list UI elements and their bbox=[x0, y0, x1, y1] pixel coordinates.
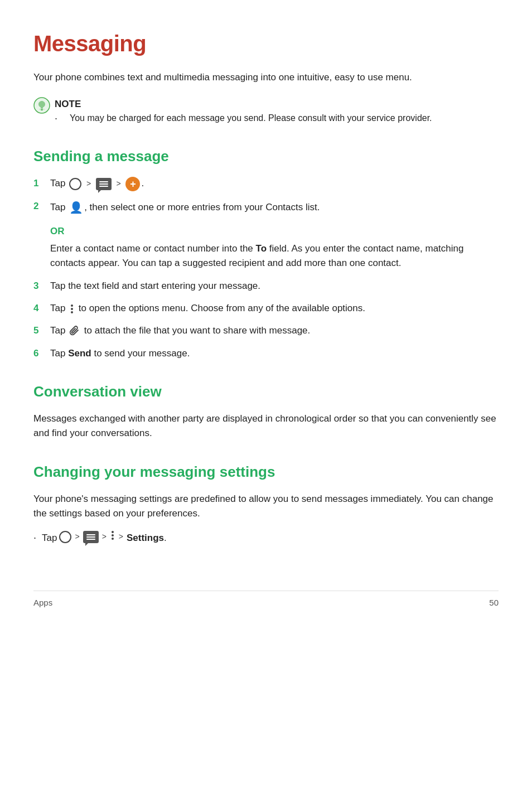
step-body-6: Tap Send to send your message. bbox=[50, 346, 499, 361]
circle-icon bbox=[69, 178, 81, 190]
footer: Apps 50 bbox=[33, 591, 499, 610]
step-list-sending-2: 3 Tap the text field and start entering … bbox=[33, 279, 499, 361]
to-field-label: To bbox=[256, 243, 267, 254]
chevron-icon-1: > bbox=[86, 179, 91, 188]
step-body-2: Tap 👤, then select one or more entries f… bbox=[50, 199, 499, 216]
note-box: NOTE You may be charged for each message… bbox=[33, 97, 499, 125]
settings-bullet: Tap > > > Settings. bbox=[33, 531, 499, 545]
note-text: You may be charged for each message you … bbox=[62, 112, 432, 125]
step-item-4: 4 Tap to open the options menu. Choose f… bbox=[33, 301, 499, 316]
page-title: Messaging bbox=[33, 27, 499, 60]
chevron-icon-2: > bbox=[117, 179, 121, 188]
chevron-icon-4: > bbox=[102, 531, 107, 543]
note-label: NOTE bbox=[55, 97, 499, 112]
messaging-icon-1 bbox=[96, 178, 112, 190]
footer-right: 50 bbox=[489, 597, 499, 610]
section-title-conversation: Conversation view bbox=[33, 381, 499, 403]
paperclip-icon bbox=[69, 326, 80, 337]
step-number-3: 3 bbox=[33, 279, 46, 293]
step-number-1: 1 bbox=[33, 176, 46, 191]
note-content: NOTE You may be charged for each message… bbox=[55, 97, 499, 125]
messaging-lines bbox=[99, 181, 108, 187]
circle-icon-2 bbox=[59, 531, 71, 543]
step-number-2: 2 bbox=[33, 199, 46, 214]
step-number-6: 6 bbox=[33, 346, 46, 361]
plus-icon: + bbox=[125, 177, 140, 191]
footer-left: Apps bbox=[33, 597, 52, 610]
dots-icon-2 bbox=[110, 531, 115, 540]
step-item-6: 6 Tap Send to send your message. bbox=[33, 346, 499, 361]
note-icon bbox=[33, 97, 50, 114]
section-title-settings: Changing your messaging settings bbox=[33, 461, 499, 483]
note-bullet: You may be charged for each message you … bbox=[55, 112, 499, 125]
messaging-icon-2 bbox=[83, 531, 99, 543]
step-number-5: 5 bbox=[33, 323, 46, 338]
step-body-1: Tap > > +. bbox=[50, 176, 499, 191]
step-item-1: 1 Tap > > +. bbox=[33, 176, 499, 191]
chevron-icon-5: > bbox=[119, 531, 123, 543]
step-item-5: 5 Tap to attach the file that you want t… bbox=[33, 323, 499, 338]
step-body-5: Tap to attach the file that you want to … bbox=[50, 323, 499, 338]
conversation-body: Messages exchanged with another party ar… bbox=[33, 412, 499, 441]
step-list-sending: 1 Tap > > +. 2 Tap 👤, then select one or… bbox=[33, 176, 499, 216]
settings-label: Settings bbox=[127, 531, 164, 545]
settings-body: Your phone's messaging settings are pred… bbox=[33, 492, 499, 521]
messaging-lines-2 bbox=[86, 534, 95, 540]
chevron-icon-3: > bbox=[75, 531, 79, 543]
or-text: OR bbox=[50, 224, 499, 239]
dots-icon-1 bbox=[69, 304, 75, 313]
step-item-3: 3 Tap the text field and start entering … bbox=[33, 279, 499, 293]
step-body-3: Tap the text field and start entering yo… bbox=[50, 279, 499, 293]
send-label: Send bbox=[68, 348, 91, 359]
step-sub-2: Enter a contact name or contact number i… bbox=[50, 241, 499, 271]
section-title-sending: Sending a message bbox=[33, 146, 499, 167]
step-body-4: Tap to open the options menu. Choose fro… bbox=[50, 301, 499, 316]
step-number-4: 4 bbox=[33, 301, 46, 316]
step-item-2: 2 Tap 👤, then select one or more entries… bbox=[33, 199, 499, 216]
person-icon: 👤 bbox=[69, 199, 83, 216]
intro-text: Your phone combines text and multimedia … bbox=[33, 70, 499, 85]
